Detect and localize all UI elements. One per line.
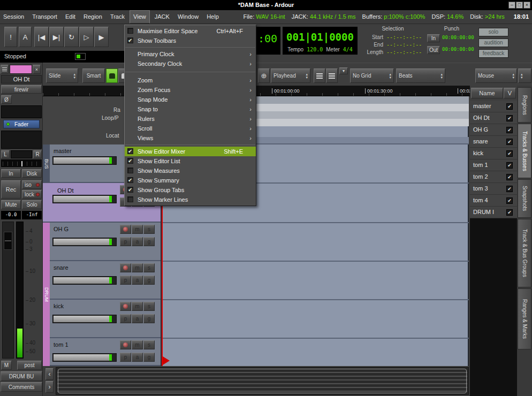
punch-out-button[interactable]: Out [427,46,440,54]
selection-length-value[interactable]: --:--:--:-- [386,49,422,55]
punch-alert-button[interactable]: ! [4,27,17,47]
visible-checkbox[interactable]: ✔ [506,103,513,110]
track-list-row[interactable]: snare✔ [470,136,517,148]
menu-item-show-group-tabs[interactable]: ✔ Show Group Tabs [125,185,256,195]
punch-out-value[interactable]: 00:00:00:00 [442,47,474,52]
menu-jack[interactable]: JACK [151,10,173,24]
selection-start-value[interactable]: --:--:--:-- [386,34,422,40]
zoom-fit-session-button[interactable] [314,68,325,83]
menu-region[interactable]: Region [80,10,105,24]
menu-item-zoom-focus[interactable]: Zoom Focus› [125,85,256,95]
automation-button[interactable]: a [132,276,143,285]
track-gain-slider[interactable] [52,353,117,362]
phase-invert-button[interactable]: Ø [1,95,12,104]
solo-isolate-button[interactable]: iso [22,180,42,189]
menu-item-show-measures[interactable]: Show Measures [125,166,256,176]
playlist-button[interactable]: p [120,276,131,285]
play-range-button[interactable]: ▷ [79,27,94,47]
track-name[interactable]: OH G [54,226,69,232]
playlist-button[interactable]: p [120,237,131,246]
playlist-button[interactable]: p [120,314,131,323]
grab-tool-button[interactable] [106,68,118,83]
summary-view-rectangle[interactable] [58,369,467,393]
close-button[interactable]: × [523,2,530,9]
menu-item-show-summary[interactable]: ✔ Show Summary [125,176,256,185]
strip-track-name[interactable]: OH Dt [1,75,42,83]
bbt-digits[interactable]: 001|01|0000 [283,27,358,43]
goto-end-button[interactable]: ▶| [49,27,64,47]
nudge-clock-button[interactable]: ⊕ [258,68,270,83]
zoom-focus-dropdown[interactable]: Playhead ▴▾ [271,68,310,83]
track-name[interactable]: master [54,148,72,154]
menu-window[interactable]: Window [174,10,202,24]
track-list-row[interactable]: DRUM I✔ [470,207,517,218]
strip-input-button[interactable]: firewir [1,85,42,94]
auto-return-button[interactable]: A [19,27,32,47]
gain-display[interactable]: -0.0 [1,211,21,219]
menu-item-secondary-clock[interactable]: Secondary Clock› [125,59,256,68]
group-button[interactable]: g [143,276,155,285]
solo-button[interactable]: s [143,225,155,234]
menu-transport[interactable]: Transport [29,10,60,24]
mute-button[interactable]: m [132,340,143,349]
track-gain-slider[interactable] [52,276,117,285]
pan-slider[interactable] [1,159,42,167]
playlist-button[interactable]: p [120,353,131,362]
visible-checkbox[interactable]: ✔ [506,209,513,216]
meter-value[interactable]: 4/4 [343,47,353,52]
tab-snapshots[interactable]: Snapshots [518,179,531,218]
solo-button[interactable]: s [143,302,155,311]
solo-button[interactable]: Solo [22,200,42,209]
visible-checkbox[interactable]: ✔ [506,162,513,169]
summary-scroll-right-button[interactable]: › [45,381,54,393]
track-list-row[interactable]: tom 4✔ [470,195,517,207]
group-button[interactable]: DRUM BU [1,371,42,381]
smart-mode-button[interactable]: Smart [82,68,105,83]
track-name[interactable]: OH Dt [57,187,74,194]
metering-point-button[interactable]: Fader [3,120,40,128]
menu-track[interactable]: Track [107,10,128,24]
punch-in-button[interactable]: In [427,34,440,42]
menu-item-views[interactable]: Views› [125,133,256,143]
column-visible-header[interactable]: V [504,88,516,98]
visible-checkbox[interactable]: ✔ [506,127,513,133]
monitor-input-button[interactable]: In [1,169,21,178]
tab-ranges-marks[interactable]: Ranges & Marks [518,288,531,349]
track-header-snare[interactable]: snare m s p a g [50,261,161,300]
record-enable-button[interactable] [120,263,131,272]
punch-in-value[interactable]: 00:00:00:00 [442,35,474,40]
bbt-clock[interactable]: 001|01|0000 Tempo 120.0 Meter 4/4 [283,27,358,55]
track-name[interactable]: tom 1 [54,341,69,348]
menu-item-snap-to[interactable]: Snap to› [125,104,256,114]
peak-display[interactable]: -Inf [22,211,42,219]
menu-item-show-editor-mixer[interactable]: ✔ Show Editor MixerShift+E [125,147,256,156]
tab-tracks-busses[interactable]: Tracks & Busses [518,124,531,178]
track-list-row[interactable]: OH Dt✔ [470,112,517,124]
solo-lock-button[interactable]: lock [22,190,42,199]
track-name[interactable]: snare [54,264,69,271]
menu-edit[interactable]: Edit [62,10,79,24]
automation-button[interactable]: a [132,314,143,323]
track-color-chip[interactable] [10,65,32,74]
drum-group-tab[interactable]: DRUM [43,223,50,366]
menu-view[interactable]: View [130,10,150,24]
menu-item-rulers[interactable]: Rulers› [125,114,256,124]
strip-menu-button[interactable] [1,65,9,74]
metering-toggle-button[interactable]: M [1,361,12,370]
group-button[interactable]: g [143,237,155,246]
visible-checkbox[interactable]: ✔ [506,186,513,192]
visible-checkbox[interactable]: ✔ [506,150,513,157]
visible-checkbox[interactable]: ✔ [506,174,513,180]
column-name-header[interactable]: Name [471,88,503,98]
tab-track-bus-groups[interactable]: Track & Bus Groups [518,219,531,287]
track-list-row[interactable]: tom 2✔ [470,171,517,183]
solo-alert-button[interactable]: solo [478,28,508,36]
tempo-value[interactable]: 120.0 [307,47,323,52]
maximize-button[interactable]: □ [516,2,523,9]
summary-frame[interactable] [56,367,469,395]
menu-session[interactable]: Session [0,10,27,24]
pan-right-button[interactable]: R [33,150,42,158]
shuttle-control[interactable] [75,53,86,60]
group-button[interactable]: g [143,353,155,362]
track-gain-slider[interactable] [52,238,117,246]
